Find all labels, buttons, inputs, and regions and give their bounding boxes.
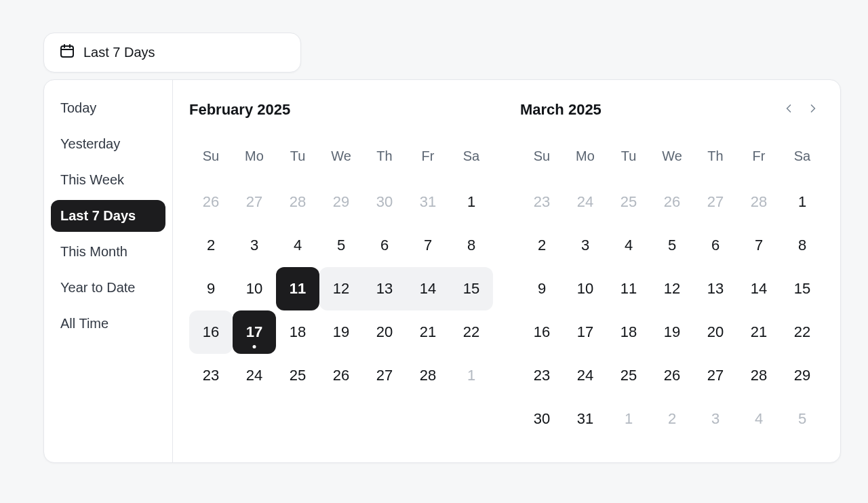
calendar-day[interactable]: 31 (564, 397, 607, 441)
calendar-day[interactable]: 9 (520, 267, 564, 310)
calendar-day-outside[interactable]: 28 (276, 180, 319, 224)
calendar-day[interactable]: 23 (189, 354, 233, 397)
calendar-day[interactable]: 21 (406, 310, 450, 354)
calendar-day[interactable]: 13 (363, 267, 406, 310)
calendar-day[interactable]: 14 (737, 267, 781, 310)
calendar-day-outside[interactable]: 31 (406, 180, 450, 224)
preset-item[interactable]: Year to Date (51, 272, 165, 304)
calendar-day[interactable]: 12 (650, 267, 694, 310)
calendar-day[interactable]: 22 (781, 310, 824, 354)
calendar-day[interactable]: 25 (276, 354, 319, 397)
calendar-day[interactable]: 15 (450, 267, 493, 310)
calendar-day[interactable]: 9 (189, 267, 233, 310)
calendar-day-outside[interactable]: 25 (607, 180, 650, 224)
calendar-day-outside[interactable]: 23 (520, 180, 564, 224)
calendar-day[interactable]: 5 (319, 224, 363, 267)
calendar-day[interactable]: 17 (233, 310, 276, 354)
calendar-day-outside[interactable]: 1 (450, 354, 493, 397)
calendar-title: February 2025 (189, 101, 290, 119)
calendar-day[interactable]: 18 (276, 310, 319, 354)
calendar-day[interactable]: 25 (607, 354, 650, 397)
calendar-day-outside[interactable]: 24 (564, 180, 607, 224)
calendar-day[interactable]: 16 (520, 310, 564, 354)
calendar-title: March 2025 (520, 101, 601, 119)
calendar-day-outside[interactable]: 4 (737, 397, 781, 441)
calendar-day-outside[interactable]: 2 (650, 397, 694, 441)
chevron-right-icon (806, 102, 820, 119)
day-of-week-header: Sa (450, 142, 493, 169)
calendar-day-outside[interactable]: 27 (694, 180, 737, 224)
calendar-day[interactable]: 6 (363, 224, 406, 267)
calendar-day[interactable]: 7 (406, 224, 450, 267)
calendar-day[interactable]: 5 (650, 224, 694, 267)
calendar-day[interactable]: 13 (694, 267, 737, 310)
preset-item[interactable]: Today (51, 92, 165, 124)
day-of-week-header: Tu (607, 142, 650, 169)
calendar-day[interactable]: 18 (607, 310, 650, 354)
calendar-day[interactable]: 19 (319, 310, 363, 354)
calendar-day-outside[interactable]: 29 (319, 180, 363, 224)
calendar-day[interactable]: 8 (450, 224, 493, 267)
calendar-day[interactable]: 4 (276, 224, 319, 267)
preset-item-label: This Month (60, 244, 127, 259)
date-range-trigger[interactable]: Last 7 Days (43, 33, 301, 73)
preset-item[interactable]: Yesterday (51, 128, 165, 160)
calendar-day[interactable]: 1 (781, 180, 824, 224)
calendar-month: February 2025SuMoTuWeThFrSa2627282930311… (189, 96, 493, 441)
calendar-day-outside[interactable]: 26 (189, 180, 233, 224)
calendar-day[interactable]: 1 (450, 180, 493, 224)
calendar-day-outside[interactable]: 3 (694, 397, 737, 441)
preset-item[interactable]: This Week (51, 164, 165, 196)
calendar-day[interactable]: 3 (233, 224, 276, 267)
preset-item[interactable]: All Time (51, 308, 165, 340)
calendar-day[interactable]: 16 (189, 310, 233, 354)
calendar-day[interactable]: 30 (520, 397, 564, 441)
calendar-day[interactable]: 26 (650, 354, 694, 397)
calendar-day[interactable]: 6 (694, 224, 737, 267)
calendar-day[interactable]: 15 (781, 267, 824, 310)
calendar-day[interactable]: 26 (319, 354, 363, 397)
calendar-day[interactable]: 7 (737, 224, 781, 267)
preset-item[interactable]: Last 7 Days (51, 200, 165, 232)
calendar-day[interactable]: 24 (564, 354, 607, 397)
calendar-day[interactable]: 22 (450, 310, 493, 354)
calendar-day[interactable]: 11 (607, 267, 650, 310)
calendars: February 2025SuMoTuWeThFrSa2627282930311… (173, 80, 840, 462)
calendar-day[interactable]: 20 (363, 310, 406, 354)
calendar-day[interactable]: 27 (694, 354, 737, 397)
preset-item-label: Today (60, 100, 96, 115)
calendar-day[interactable]: 2 (189, 224, 233, 267)
calendar-day[interactable]: 14 (406, 267, 450, 310)
calendar-day[interactable]: 21 (737, 310, 781, 354)
calendar-day[interactable]: 2 (520, 224, 564, 267)
calendar-day[interactable]: 29 (781, 354, 824, 397)
preset-item[interactable]: This Month (51, 236, 165, 268)
calendar-day[interactable]: 24 (233, 354, 276, 397)
calendar-day[interactable]: 10 (564, 267, 607, 310)
calendar-day[interactable]: 12 (319, 267, 363, 310)
calendar-day[interactable]: 19 (650, 310, 694, 354)
calendar-day[interactable]: 28 (737, 354, 781, 397)
calendar-day[interactable]: 27 (363, 354, 406, 397)
calendar-day[interactable]: 11 (276, 267, 319, 310)
calendar-day[interactable]: 20 (694, 310, 737, 354)
chevron-left-icon (782, 102, 795, 119)
date-range-trigger-label: Last 7 Days (83, 45, 155, 60)
calendar-day-outside[interactable]: 27 (233, 180, 276, 224)
calendar-day[interactable]: 3 (564, 224, 607, 267)
prev-month-button[interactable] (778, 99, 800, 121)
calendar-day[interactable]: 8 (781, 224, 824, 267)
calendar-day[interactable]: 4 (607, 224, 650, 267)
next-month-button[interactable] (802, 99, 824, 121)
calendar-day[interactable]: 23 (520, 354, 564, 397)
calendar-day-outside[interactable]: 28 (737, 180, 781, 224)
calendar-day-outside[interactable]: 1 (607, 397, 650, 441)
calendar-day[interactable]: 17 (564, 310, 607, 354)
calendar-day-outside[interactable]: 26 (650, 180, 694, 224)
calendar-day-outside[interactable]: 5 (781, 397, 824, 441)
day-of-week-header: Fr (406, 142, 450, 169)
calendar-day-outside[interactable]: 30 (363, 180, 406, 224)
day-of-week-header: We (319, 142, 363, 169)
calendar-day[interactable]: 28 (406, 354, 450, 397)
calendar-day[interactable]: 10 (233, 267, 276, 310)
